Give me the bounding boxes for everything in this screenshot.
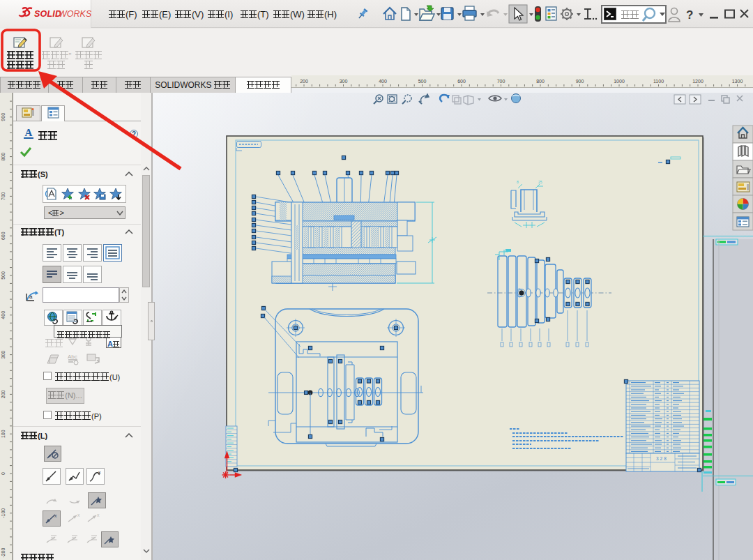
svg-text:x: x [98, 470, 101, 475]
svg-text:700: 700 [1, 192, 6, 200]
svg-text:800: 800 [536, 79, 545, 84]
svg-text:-200: -200 [1, 547, 6, 557]
svg-text:200: 200 [300, 79, 308, 84]
svg-text:x: x [54, 513, 57, 518]
svg-text:300: 300 [1, 351, 6, 359]
svg-text:1200: 1200 [692, 79, 703, 84]
svg-text:Abc: Abc [68, 354, 77, 360]
svg-text:500: 500 [1, 271, 6, 280]
svg-text:-100: -100 [1, 508, 6, 518]
svg-text:200: 200 [1, 390, 6, 398]
svg-text:300: 300 [340, 79, 348, 84]
svg-text:900: 900 [1, 113, 6, 121]
svg-text:WORKS: WORKS [59, 9, 91, 19]
svg-text:800: 800 [1, 153, 6, 161]
svg-text:SOLID: SOLID [34, 9, 61, 19]
svg-text:328: 328 [656, 456, 668, 461]
svg-text:100: 100 [1, 430, 6, 438]
svg-text:a: a [29, 294, 33, 300]
svg-text:600: 600 [457, 79, 466, 84]
svg-text:x: x [97, 513, 100, 517]
svg-text:1300: 1300 [732, 79, 743, 84]
svg-text:0: 0 [1, 472, 6, 475]
svg-text:x: x [77, 513, 80, 517]
svg-text:700: 700 [497, 79, 505, 84]
svg-text:8: 8 [517, 180, 519, 184]
svg-text:400: 400 [1, 311, 6, 319]
svg-text:25: 25 [538, 180, 542, 184]
svg-text:400: 400 [379, 79, 387, 84]
svg-text:1000: 1000 [614, 79, 625, 84]
svg-text:600: 600 [1, 232, 6, 240]
svg-text:1100: 1100 [653, 79, 664, 84]
svg-text:900: 900 [576, 79, 584, 84]
svg-text:?: ? [686, 8, 693, 22]
svg-text:500: 500 [418, 79, 427, 84]
